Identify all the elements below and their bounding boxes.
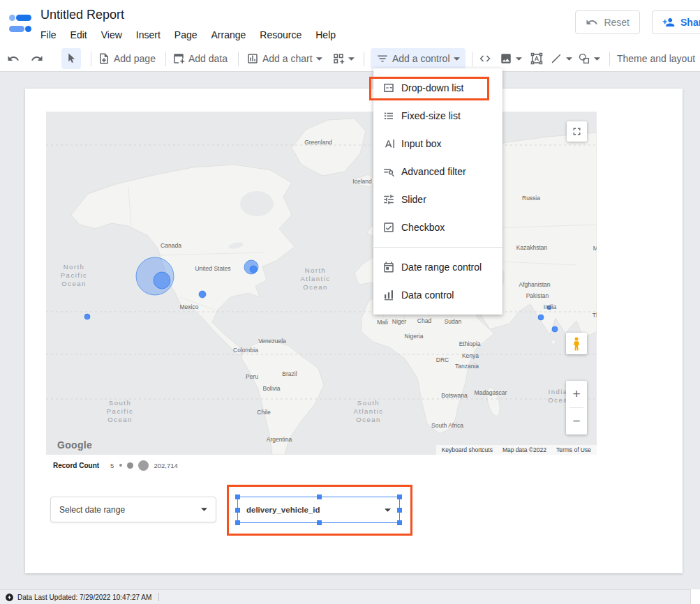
menu-item-checkbox[interactable]: Checkbox <box>373 213 502 241</box>
resize-handle[interactable] <box>235 494 240 499</box>
data-studio-logo-icon[interactable] <box>7 10 33 37</box>
add-chart-button[interactable]: Add a chart <box>246 48 322 69</box>
legend-min-value: 5 <box>110 462 114 469</box>
toolbar-divider <box>364 52 364 66</box>
share-button[interactable]: Share <box>652 10 700 34</box>
theme-and-layout-button[interactable]: Theme and layout <box>617 48 695 69</box>
menu-item-fixed-size-list[interactable]: Fixed-size list <box>373 102 502 130</box>
add-control-button[interactable]: Add a control <box>371 48 466 69</box>
embed-url-button[interactable] <box>479 48 491 69</box>
chevron-down-icon <box>594 57 600 61</box>
add-chart-icon <box>246 52 259 65</box>
menu-arrange[interactable]: Arrange <box>204 27 253 43</box>
resize-handle[interactable] <box>397 508 402 513</box>
add-page-icon <box>98 52 110 65</box>
resize-handle[interactable] <box>235 508 240 513</box>
date-range-label: Select date range <box>59 505 125 515</box>
menu-insert[interactable]: Insert <box>129 27 167 43</box>
map-bubble <box>84 314 90 319</box>
toolbar-divider <box>165 52 166 66</box>
undo-button[interactable] <box>7 48 20 69</box>
line-button[interactable] <box>550 48 572 69</box>
zoom-in-button[interactable]: + <box>566 381 587 407</box>
text-button[interactable] <box>530 48 543 69</box>
undo-icon <box>586 16 598 29</box>
terms-of-use-link[interactable]: Terms of Use <box>556 446 591 453</box>
status-bar: Data Last Updated: 7/29/2022 10:47:27 AM <box>0 589 700 604</box>
menu-item-label: Advanced filter <box>401 166 466 177</box>
menu-item-label: Input box <box>401 138 442 149</box>
legend-dot-small <box>119 464 122 467</box>
menu-resource[interactable]: Resource <box>253 27 308 43</box>
zoom-out-button[interactable]: − <box>566 408 587 435</box>
code-icon <box>479 52 491 65</box>
input-box-icon <box>382 137 395 150</box>
image-button[interactable] <box>500 48 522 69</box>
resize-handle[interactable] <box>317 494 322 499</box>
map-bubble <box>547 305 551 310</box>
report-title[interactable]: Untitled Report <box>40 8 124 22</box>
bubble-map-chart[interactable]: GreenlandIcelandCanadaUnited StatesMexic… <box>46 112 597 455</box>
menu-item-date-range-control[interactable]: Date range control <box>373 253 502 281</box>
add-data-button[interactable]: Add data <box>172 48 228 69</box>
person-add-icon <box>662 16 675 29</box>
slider-icon <box>382 193 395 206</box>
chevron-down-icon <box>201 508 207 511</box>
chevron-down-icon <box>516 57 522 61</box>
pegman-button[interactable] <box>566 333 587 354</box>
resize-handle[interactable] <box>397 494 402 499</box>
data-freshness-icon[interactable] <box>5 593 14 602</box>
legend-max-value: 202,714 <box>154 462 177 469</box>
menu-item-label: Date range control <box>401 262 482 273</box>
map-bubble <box>199 291 206 298</box>
shape-button[interactable] <box>578 48 600 69</box>
data-control-icon <box>382 289 395 301</box>
menubar: File Edit View Insert Page Arrange Resou… <box>33 27 343 43</box>
reset-button[interactable]: Reset <box>575 10 640 34</box>
menu-item-slider[interactable]: Slider <box>373 186 502 213</box>
menu-page[interactable]: Page <box>167 27 204 43</box>
add-page-button[interactable]: Add page <box>98 48 156 69</box>
menu-item-label: Checkbox <box>401 222 445 233</box>
menu-view[interactable]: View <box>94 27 129 43</box>
text-tool-icon <box>530 52 543 65</box>
menu-item-drop-down-list[interactable]: Drop-down list <box>373 74 502 102</box>
field-control-label: delivery_vehicle_id <box>246 506 320 514</box>
map-bubble <box>154 272 170 289</box>
legend-metric-label: Record Count <box>53 462 99 469</box>
menu-item-data-control[interactable]: Data control <box>373 281 502 309</box>
chevron-down-icon <box>316 57 322 61</box>
menu-item-label: Slider <box>401 194 426 205</box>
menu-item-advanced-filter[interactable]: Advanced filter <box>373 158 502 186</box>
filter-list-icon <box>376 52 389 65</box>
checkbox-icon <box>382 221 395 234</box>
line-tool-icon <box>550 52 563 65</box>
menu-file[interactable]: File <box>33 27 64 43</box>
chevron-down-icon <box>348 57 355 61</box>
fixed-size-list-icon <box>382 110 395 122</box>
resize-handle[interactable] <box>235 520 240 525</box>
resize-handle[interactable] <box>397 520 402 525</box>
report-page[interactable]: GreenlandIcelandCanadaUnited StatesMexic… <box>25 89 683 573</box>
data-last-updated-text: Data Last Updated: 7/29/2022 10:47:27 AM <box>17 594 151 601</box>
menu-edit[interactable]: Edit <box>64 27 94 43</box>
menu-divider <box>373 247 502 248</box>
menu-help[interactable]: Help <box>308 27 343 43</box>
resize-handle[interactable] <box>317 520 322 525</box>
map-attribution: Keyboard shortcuts Map data ©2022 Terms … <box>436 445 597 455</box>
advanced-filter-icon <box>382 165 395 178</box>
map-fullscreen-button[interactable] <box>567 121 587 142</box>
community-visualizations-button[interactable] <box>332 48 355 69</box>
dropdown-control-delivery-vehicle-id[interactable]: delivery_vehicle_id <box>237 497 400 523</box>
menu-item-input-box[interactable]: Input box <box>373 130 502 158</box>
select-tool-button[interactable] <box>61 48 81 69</box>
google-logo: Google <box>57 439 92 451</box>
toolbar-divider <box>609 52 610 66</box>
redo-button[interactable] <box>31 48 43 69</box>
keyboard-shortcuts-link[interactable]: Keyboard shortcuts <box>442 446 493 453</box>
date-range-icon <box>382 261 395 273</box>
map-zoom-control: + − <box>566 381 587 435</box>
date-range-control[interactable]: Select date range <box>50 497 216 522</box>
fullscreen-icon <box>571 126 583 137</box>
legend-dot-medium <box>127 462 133 469</box>
